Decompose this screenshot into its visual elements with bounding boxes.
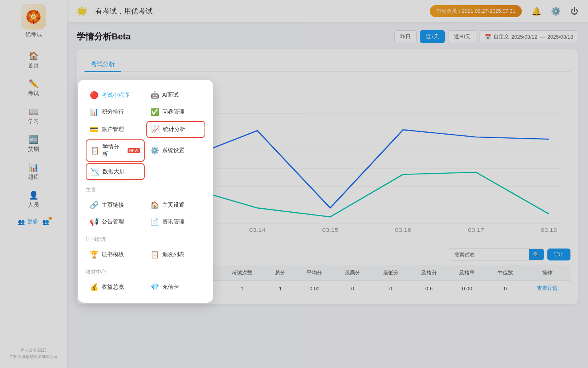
dropdown-score-rank[interactable]: 📊 积分排行 (86, 104, 145, 119)
section-title-cert: 证书管理 (86, 236, 205, 243)
recharge-card-label: 充值卡 (162, 284, 179, 291)
score-rank-icon: 📊 (90, 108, 98, 116)
section-title-home: 主页 (86, 186, 205, 194)
notice-mgmt-label: 公告管理 (102, 218, 124, 225)
earnings-overview-icon: 💰 (90, 283, 98, 292)
dropdown-menu: 🔴 考试小程序 🤖 AI面试 📊 积分排行 ✅ 问卷管理 💳 账户管理 📈 统计… (78, 80, 213, 303)
home-settings-label: 主页设置 (162, 202, 185, 209)
dropdown-cert-template[interactable]: 🏆 证书模板 (86, 247, 145, 262)
cert-template-icon: 🏆 (90, 250, 98, 259)
system-settings-icon: ⚙️ (150, 146, 159, 155)
dropdown-notice-mgmt[interactable]: 📢 公告管理 (86, 214, 145, 229)
dropdown-learning-analysis[interactable]: 📋 学情分析 NEW (87, 140, 144, 161)
dropdown-top-grid: 🔴 考试小程序 🤖 AI面试 📊 积分排行 ✅ 问卷管理 💳 账户管理 📈 统计… (86, 88, 205, 180)
dropdown-earnings-overview[interactable]: 💰 收益总览 (86, 280, 145, 295)
dropdown-info-mgmt[interactable]: 📄 资讯管理 (146, 214, 205, 229)
account-mgmt-icon: 💳 (90, 125, 98, 134)
home-link-icon: 🔗 (90, 201, 98, 209)
earnings-overview-label: 收益总览 (102, 284, 124, 291)
new-badge: NEW (128, 148, 140, 153)
dropdown-stat-analysis[interactable]: 📈 统计分析 (146, 121, 205, 138)
earnings-section-grid: 💰 收益总览 💎 充值卡 (86, 280, 205, 295)
stat-analysis-label: 统计分析 (163, 126, 185, 133)
home-section-grid: 🔗 主页链接 🏠 主页设置 📢 公告管理 📄 资讯管理 (86, 198, 205, 229)
learning-analysis-icon: 📋 (90, 146, 99, 155)
questionnaire-icon: ✅ (150, 108, 159, 116)
dropdown-account-mgmt[interactable]: 💳 账户管理 (86, 121, 145, 138)
learning-analysis-label: 学情分析 (102, 143, 123, 158)
home-link-label: 主页链接 (102, 202, 124, 209)
account-mgmt-label: 账户管理 (102, 126, 124, 133)
dropdown-learning-wrap: 📋 学情分析 NEW (86, 139, 145, 162)
home-settings-icon: 🏠 (150, 201, 159, 209)
stat-analysis-icon: 📈 (151, 125, 160, 134)
cert-template-label: 证书模板 (102, 251, 124, 258)
questionnaire-label: 问卷管理 (162, 108, 185, 115)
notice-mgmt-icon: 📢 (90, 217, 98, 226)
dropdown-data-screen-wrap: 📉 数据大屏 (86, 163, 145, 180)
exam-mini-icon: 🔴 (90, 91, 98, 100)
issue-list-label: 颁发列表 (162, 251, 185, 258)
dropdown-system-settings[interactable]: ⚙️ 系统设置 (146, 139, 205, 162)
dropdown-home-settings[interactable]: 🏠 主页设置 (146, 198, 205, 213)
dropdown-issue-list[interactable]: 📋 颁发列表 (146, 247, 205, 262)
data-screen-label: 数据大屏 (102, 168, 125, 175)
ai-interview-icon: 🤖 (150, 91, 159, 100)
system-settings-label: 系统设置 (162, 147, 185, 154)
info-mgmt-icon: 📄 (150, 217, 159, 226)
dropdown-questionnaire[interactable]: ✅ 问卷管理 (146, 104, 205, 119)
dropdown-data-screen[interactable]: 📉 数据大屏 (87, 164, 144, 179)
section-title-earnings: 收益中心 (86, 268, 205, 276)
dropdown-recharge-card[interactable]: 💎 充值卡 (146, 280, 205, 295)
dropdown-ai-interview[interactable]: 🤖 AI面试 (146, 88, 205, 103)
data-screen-icon: 📉 (90, 167, 99, 176)
dropdown-exam-mini[interactable]: 🔴 考试小程序 (86, 88, 145, 103)
score-rank-label: 积分排行 (102, 108, 124, 115)
exam-mini-label: 考试小程序 (102, 92, 130, 99)
info-mgmt-label: 资讯管理 (162, 218, 185, 225)
recharge-card-icon: 💎 (150, 283, 159, 292)
cert-section-grid: 🏆 证书模板 📋 颁发列表 (86, 247, 205, 262)
issue-list-icon: 📋 (150, 250, 159, 259)
ai-interview-label: AI面试 (162, 92, 179, 99)
dropdown-home-link[interactable]: 🔗 主页链接 (86, 198, 145, 213)
